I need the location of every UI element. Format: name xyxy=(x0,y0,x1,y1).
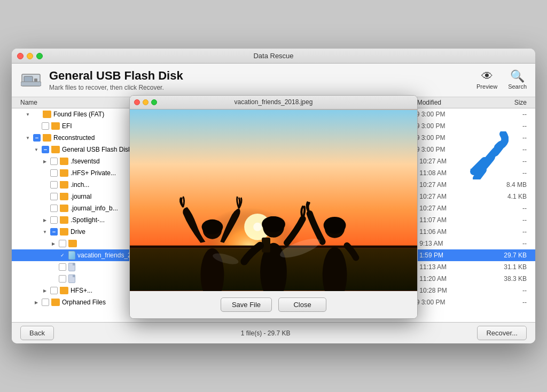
preview-image xyxy=(130,109,417,291)
toolbar-subtitle: Mark files to recover, then click Recove… xyxy=(49,84,183,91)
row-label: HFS+... xyxy=(71,287,92,294)
row-size: -- xyxy=(493,240,535,247)
file-icon xyxy=(60,216,68,224)
file-icon xyxy=(51,122,60,130)
expand-icon[interactable] xyxy=(33,146,40,153)
drive-icon xyxy=(20,72,42,89)
file-icon xyxy=(43,111,51,118)
file-icon xyxy=(68,275,75,283)
expand-icon[interactable] xyxy=(42,229,48,235)
row-checkbox[interactable] xyxy=(50,158,58,165)
svg-rect-3 xyxy=(21,82,41,86)
search-button[interactable]: 🔍 Search xyxy=(508,70,527,90)
file-icon xyxy=(43,134,51,142)
row-label: Reconstructed xyxy=(53,134,95,142)
row-size: -- xyxy=(493,287,535,294)
row-checkbox[interactable] xyxy=(59,240,66,247)
eye-icon: 👁 xyxy=(481,70,493,82)
main-window: Data Rescue General USB Flash Disk Mark … xyxy=(12,49,535,343)
close-modal-button[interactable]: Close xyxy=(278,297,326,312)
save-file-button[interactable]: Save File xyxy=(221,297,272,312)
row-label: EFI xyxy=(62,122,72,130)
back-button[interactable]: Back xyxy=(20,326,54,340)
row-checkbox[interactable] xyxy=(59,252,66,259)
file-icon xyxy=(51,299,60,306)
toolbar: General USB Flash Disk Mark files to rec… xyxy=(12,64,535,97)
modal-traffic-lights xyxy=(134,99,157,105)
file-icon xyxy=(60,228,68,236)
file-icon xyxy=(68,251,75,260)
row-checkbox[interactable] xyxy=(50,193,58,200)
row-label: .fseventsd xyxy=(71,158,100,165)
row-checkbox[interactable] xyxy=(50,216,58,224)
svg-point-14 xyxy=(262,216,285,232)
expand-icon[interactable] xyxy=(33,299,40,305)
svg-rect-2 xyxy=(34,79,37,82)
row-checkbox[interactable] xyxy=(50,169,58,177)
modal-titlebar: vacation_friends_2018.jpeg xyxy=(130,96,417,109)
modal-close-button[interactable] xyxy=(134,99,140,105)
expand-icon[interactable] xyxy=(42,287,48,294)
row-checkbox[interactable] xyxy=(50,287,58,294)
row-label: .HFS+ Private... xyxy=(71,169,116,177)
row-label: Orphaned Files xyxy=(62,299,106,306)
row-size: 31.1 KB xyxy=(493,263,535,271)
toolbar-text: General USB Flash Disk Mark files to rec… xyxy=(49,69,183,91)
svg-point-19 xyxy=(253,222,262,231)
row-label: General USB Flash Disk xyxy=(62,146,131,153)
row-checkbox[interactable] xyxy=(42,299,49,306)
row-checkbox[interactable] xyxy=(50,205,58,212)
file-icon xyxy=(60,193,68,200)
row-checkbox[interactable] xyxy=(42,146,49,153)
row-size: 4.1 KB xyxy=(493,193,535,200)
expand-icon[interactable] xyxy=(25,135,31,141)
row-size: -- xyxy=(493,158,535,165)
toolbar-right: 👁 Preview 🔍 Search xyxy=(476,70,527,90)
row-size: -- xyxy=(493,216,535,224)
row-size: -- xyxy=(493,299,535,306)
row-size: -- xyxy=(493,134,535,142)
modal-buttons: Save File Close xyxy=(130,291,417,318)
row-label: .Spotlight-... xyxy=(71,216,105,224)
row-size: 38.3 KB xyxy=(493,275,535,283)
preview-label: Preview xyxy=(476,83,497,90)
expand-icon[interactable] xyxy=(25,111,31,117)
row-label: .inch... xyxy=(71,181,89,189)
row-size: -- xyxy=(493,146,535,153)
col-header-size: Size xyxy=(493,99,535,106)
file-icon xyxy=(60,181,68,189)
modal-maximize-button[interactable] xyxy=(151,99,157,105)
row-label: Drive xyxy=(71,228,85,236)
expand-icon[interactable] xyxy=(42,217,48,223)
window-title: Data Rescue xyxy=(253,52,293,60)
titlebar: Data Rescue xyxy=(12,49,535,64)
row-checkbox[interactable] xyxy=(42,122,49,130)
close-button[interactable] xyxy=(17,53,24,59)
row-label: .journal_info_b... xyxy=(71,205,118,212)
row-size: -- xyxy=(493,169,535,177)
expand-icon[interactable] xyxy=(50,240,57,247)
row-checkbox[interactable] xyxy=(33,134,41,142)
toolbar-left: General USB Flash Disk Mark files to rec… xyxy=(20,69,183,91)
row-checkbox[interactable] xyxy=(50,228,58,236)
preview-modal: vacation_friends_2018.jpeg xyxy=(129,95,418,319)
file-icon xyxy=(60,287,68,294)
bottom-bar: Back 1 file(s) - 29.7 KB Recover... xyxy=(12,322,535,343)
file-icon xyxy=(68,240,77,247)
preview-button[interactable]: 👁 Preview xyxy=(476,70,497,90)
file-icon xyxy=(51,146,60,153)
row-checkbox[interactable] xyxy=(59,263,66,271)
minimize-button[interactable] xyxy=(27,53,33,59)
modal-minimize-button[interactable] xyxy=(143,99,149,105)
file-icon xyxy=(60,205,68,212)
recover-button[interactable]: Recover... xyxy=(477,326,527,340)
modal-title: vacation_friends_2018.jpeg xyxy=(235,98,313,106)
maximize-button[interactable] xyxy=(36,53,43,59)
expand-icon[interactable] xyxy=(42,158,48,164)
row-size: 8.4 MB xyxy=(493,181,535,189)
row-checkbox[interactable] xyxy=(50,181,58,189)
row-checkbox[interactable] xyxy=(59,275,66,283)
svg-point-11 xyxy=(202,219,223,234)
svg-point-18 xyxy=(324,216,346,233)
file-icon xyxy=(68,263,75,271)
